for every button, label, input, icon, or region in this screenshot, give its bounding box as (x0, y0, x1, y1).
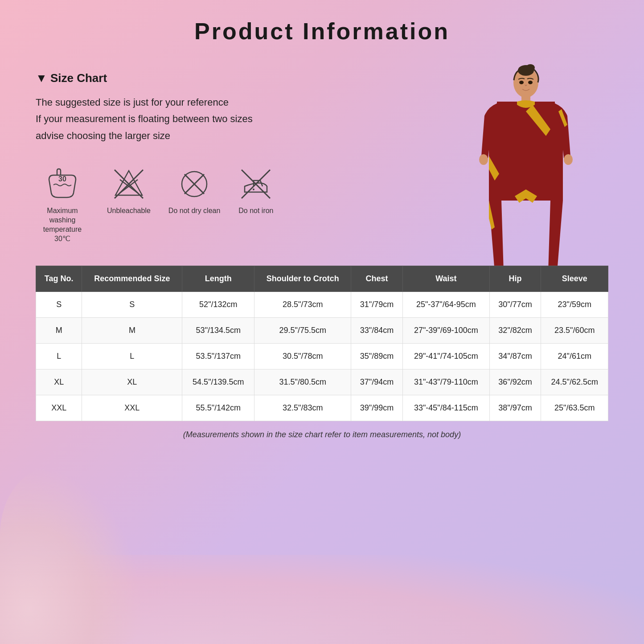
size-table: Tag No. Recommended Size Length Shoulder… (36, 266, 608, 421)
col-header-shoulder-crotch: Shoulder to Crotch (254, 266, 351, 292)
cell-hip: 32"/82cm (489, 318, 541, 344)
cell-length: 54.5"/139.5cm (182, 369, 254, 395)
col-header-sleeve: Sleeve (541, 266, 608, 292)
cell-chest: 39"/99cm (351, 395, 403, 421)
cell-waist: 29"-41"/74-105cm (402, 344, 489, 369)
desc-line-2: If your measurement is floating between … (36, 111, 348, 127)
wash-30-icon: 30 (45, 166, 80, 202)
size-chart-title: ▼ Size Chart (36, 71, 348, 85)
page-title: Product Information (36, 18, 608, 45)
col-header-length: Length (182, 266, 254, 292)
care-item-no-iron: Do not iron (238, 166, 274, 216)
table-row: M M 53"/134.5cm 29.5"/75.5cm 33"/84cm 27… (36, 318, 608, 344)
table-row: XL XL 54.5"/139.5cm 31.5"/80.5cm 37"/94c… (36, 369, 608, 395)
cell-recommended: S (82, 292, 182, 318)
table-header-row: Tag No. Recommended Size Length Shoulder… (36, 266, 608, 292)
bleach-label: Unbleachable (107, 206, 151, 216)
cell-waist: 25"-37"/64-95cm (402, 292, 489, 318)
col-header-hip: Hip (489, 266, 541, 292)
wash-label: Maximum washing temperature 30℃ (36, 206, 89, 243)
cell-waist: 27"-39"/69-100cm (402, 318, 489, 344)
cell-length: 53"/134.5cm (182, 318, 254, 344)
cell-shoulder-crotch: 31.5"/80.5cm (254, 369, 351, 395)
no-dry-clean-icon (176, 166, 212, 202)
svg-point-19 (519, 81, 524, 84)
cell-chest: 37"/94cm (351, 369, 403, 395)
col-header-chest: Chest (351, 266, 403, 292)
svg-point-8 (253, 189, 254, 190)
cell-recommended: M (82, 318, 182, 344)
care-item-bleach: Unbleachable (107, 166, 151, 216)
no-iron-label: Do not iron (238, 206, 273, 216)
svg-text:30: 30 (58, 175, 66, 183)
cell-length: 52"/132cm (182, 292, 254, 318)
cell-waist: 31"-43"/79-110cm (402, 369, 489, 395)
no-bleach-icon (111, 166, 147, 202)
cell-tag: S (36, 292, 82, 318)
svg-point-15 (479, 154, 488, 165)
cell-length: 53.5"/137cm (182, 344, 254, 369)
cell-recommended: XL (82, 369, 182, 395)
table-row: S S 52"/132cm 28.5"/73cm 31"/79cm 25"-37… (36, 292, 608, 318)
col-header-waist: Waist (402, 266, 489, 292)
cell-chest: 33"/84cm (351, 318, 403, 344)
cell-hip: 30"/77cm (489, 292, 541, 318)
cell-hip: 34"/87cm (489, 344, 541, 369)
desc-line-1: The suggested size is just for your refe… (36, 94, 348, 111)
cell-tag: XL (36, 369, 82, 395)
page-container: Product Information ▼ Size Chart The sug… (0, 0, 644, 644)
desc-line-3: advise choosing the larger size (36, 127, 348, 144)
care-item-no-dry-clean: Do not dry clean (168, 166, 221, 216)
table-note: (Measurements shown in the size chart re… (36, 430, 608, 439)
cell-recommended: L (82, 344, 182, 369)
cell-sleeve: 23"/59cm (541, 292, 608, 318)
cell-waist: 33"-45"/84-115cm (402, 395, 489, 421)
svg-point-16 (564, 154, 573, 165)
no-iron-icon (238, 166, 274, 202)
cell-tag: XXL (36, 395, 82, 421)
no-dry-clean-label: Do not dry clean (168, 206, 221, 216)
fur-decoration-left (0, 466, 143, 644)
table-row: L L 53.5"/137cm 30.5"/78cm 35"/89cm 29"-… (36, 344, 608, 369)
upper-section: ▼ Size Chart The suggested size is just … (36, 71, 608, 243)
cell-hip: 36"/92cm (489, 369, 541, 395)
cell-sleeve: 24.5"/62.5cm (541, 369, 608, 395)
cell-sleeve: 25"/63.5cm (541, 395, 608, 421)
cell-shoulder-crotch: 28.5"/73cm (254, 292, 351, 318)
cell-chest: 35"/89cm (351, 344, 403, 369)
cell-recommended: XXL (82, 395, 182, 421)
cell-shoulder-crotch: 30.5"/78cm (254, 344, 351, 369)
col-header-recommended: Recommended Size (82, 266, 182, 292)
cell-shoulder-crotch: 32.5"/83cm (254, 395, 351, 421)
care-icons-container: 30 Maximum washing temperature 30℃ (36, 166, 348, 243)
cell-sleeve: 23.5"/60cm (541, 318, 608, 344)
table-body: S S 52"/132cm 28.5"/73cm 31"/79cm 25"-37… (36, 292, 608, 421)
svg-point-20 (528, 81, 533, 84)
cell-tag: M (36, 318, 82, 344)
cell-chest: 31"/79cm (351, 292, 403, 318)
cell-hip: 38"/97cm (489, 395, 541, 421)
cell-sleeve: 24"/61cm (541, 344, 608, 369)
size-chart-label: ▼ Size Chart (36, 71, 107, 85)
left-content: ▼ Size Chart The suggested size is just … (36, 71, 348, 243)
cell-length: 55.5"/142cm (182, 395, 254, 421)
care-item-wash: 30 Maximum washing temperature 30℃ (36, 166, 89, 243)
table-container: Tag No. Recommended Size Length Shoulder… (36, 266, 608, 439)
cell-shoulder-crotch: 29.5"/75.5cm (254, 318, 351, 344)
cell-tag: L (36, 344, 82, 369)
size-description: The suggested size is just for your refe… (36, 94, 348, 144)
table-row: XXL XXL 55.5"/142cm 32.5"/83cm 39"/99cm … (36, 395, 608, 421)
col-header-tag: Tag No. (36, 266, 82, 292)
